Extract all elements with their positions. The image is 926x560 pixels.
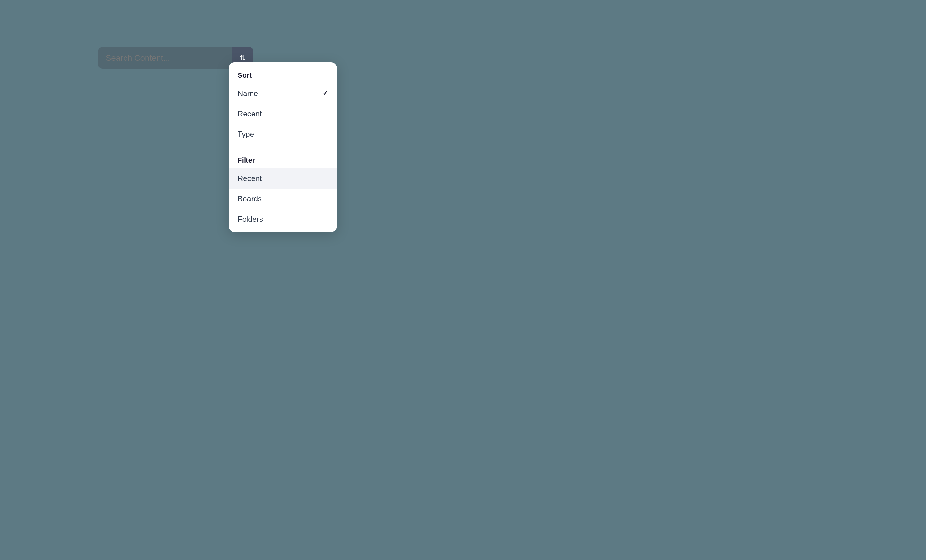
- filter-folders-label: Folders: [238, 215, 263, 224]
- sort-name-label: Name: [238, 89, 258, 98]
- sort-name-checkmark-icon: ✓: [322, 89, 328, 98]
- filter-recent-label: Recent: [238, 174, 262, 183]
- sort-recent-item[interactable]: Recent: [228, 104, 337, 124]
- sort-type-label: Type: [238, 130, 254, 139]
- section-divider: [228, 147, 337, 147]
- filter-section-header: Filter: [228, 150, 337, 168]
- sort-name-item[interactable]: Name ✓: [228, 83, 337, 104]
- search-input[interactable]: [98, 47, 232, 69]
- sort-section-header: Sort: [228, 65, 337, 83]
- filter-recent-item[interactable]: Recent: [228, 168, 337, 189]
- filter-boards-label: Boards: [238, 195, 262, 203]
- filter-boards-item[interactable]: Boards: [228, 189, 337, 209]
- filter-folders-item[interactable]: Folders: [228, 209, 337, 229]
- sort-filter-dropdown: Sort Name ✓ Recent Type Filter Recent Bo…: [228, 62, 337, 232]
- sort-recent-label: Recent: [238, 109, 262, 118]
- sort-arrows-icon: ⇅: [240, 54, 245, 62]
- sort-type-item[interactable]: Type: [228, 124, 337, 145]
